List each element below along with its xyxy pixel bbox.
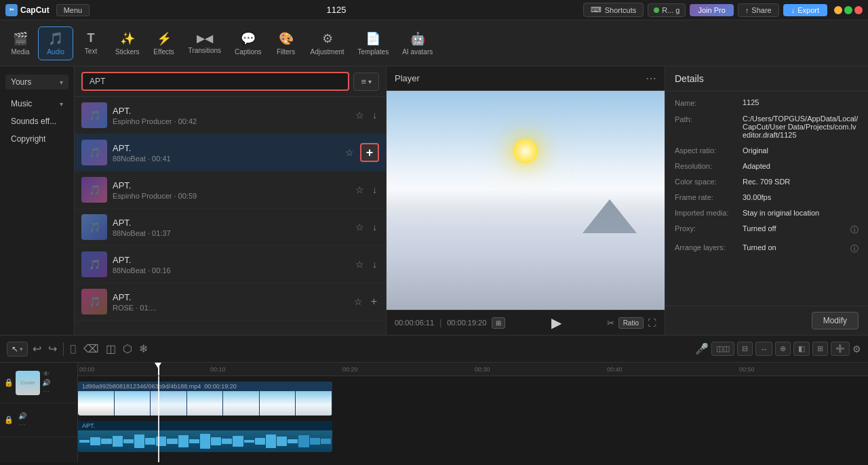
audio-track-lock-icon[interactable]: 🔒 <box>4 416 14 424</box>
download-button[interactable]: ↓ <box>370 182 379 197</box>
player-menu-button[interactable]: ⋯ <box>646 72 656 85</box>
cloud-layer <box>387 167 665 310</box>
add-audio-button[interactable]: + <box>360 143 379 162</box>
favorite-button[interactable]: ☆ <box>353 220 366 235</box>
templates-label: Templates <box>358 48 389 56</box>
tool-effects[interactable]: ⚡ Effects <box>146 27 182 60</box>
add-audio-button[interactable]: + <box>369 294 379 310</box>
effects-icon: ⚡ <box>157 31 172 46</box>
menu-button[interactable]: Menu <box>56 4 90 16</box>
tl-ctrl-6[interactable]: ⊞ <box>812 342 828 356</box>
captions-icon: 💬 <box>241 31 256 46</box>
download-button[interactable]: ↓ <box>370 257 379 272</box>
tl-ctrl-7[interactable]: ➕ <box>831 342 850 356</box>
audio-waveform <box>78 430 332 452</box>
crop-icon[interactable]: ✂ <box>607 318 614 328</box>
ratio-button[interactable]: Ratio <box>618 317 644 329</box>
ruler-mark-40: 00:40 <box>607 366 623 373</box>
sidebar-item-sounds[interactable]: Sounds eff... <box>0 113 74 130</box>
shortcuts-button[interactable]: ⌨ Shortcuts <box>583 3 644 17</box>
video-track[interactable]: 1d99a992b8081812346/063b9d/4b188.mp4 00:… <box>78 382 332 416</box>
settings-timeline-button[interactable]: ⚙ <box>852 344 861 355</box>
list-item[interactable]: 🎵 APT. Espinho Producer · 00:42 ☆ ↓ <box>75 97 386 134</box>
list-item[interactable]: 🎵 APT. ROSE · 01:... ☆ + <box>75 283 386 321</box>
tracks-container: 1d99a992b8081812346/063b9d/4b188.mp4 00:… <box>78 376 868 462</box>
audio-track-eye-button[interactable]: 🔊 <box>18 412 26 420</box>
ruler-mark-50: 00:50 <box>739 366 755 373</box>
mic-button[interactable]: 🎤 <box>695 342 709 355</box>
join-pro-button[interactable]: Join Pro <box>690 4 733 16</box>
audio-track[interactable]: APT. <box>78 421 332 452</box>
list-item[interactable]: 🎵 APT. 88NoBeat · 00:41 ☆ + <box>75 134 386 171</box>
tl-ctrl-1[interactable]: ◫◫ <box>711 342 734 356</box>
track-lock-icon[interactable]: 🔒 <box>4 378 14 387</box>
tl-ctrl-3[interactable]: ↔ <box>755 342 772 356</box>
tool-templates[interactable]: 📄 Templates <box>351 27 396 60</box>
tool-stickers[interactable]: ✨ Stickers <box>108 27 146 60</box>
favorite-button[interactable]: ☆ <box>343 145 356 160</box>
grid-view-button[interactable]: ⊞ <box>492 317 505 329</box>
sidebar-item-music[interactable]: Music ▾ <box>0 95 74 113</box>
tool-text[interactable]: T Text <box>73 27 108 59</box>
search-input[interactable] <box>81 72 349 91</box>
details-title: Details <box>675 73 704 84</box>
download-button[interactable]: ↓ <box>370 108 379 123</box>
tool-adjustment[interactable]: ⚙ Adjustment <box>304 27 351 60</box>
audio-meta: ROSE · 01:... <box>113 304 347 312</box>
audio-thumbnail: 🎵 <box>81 214 107 240</box>
sidebar-item-copyright[interactable]: Copyright <box>0 130 74 148</box>
favorite-button[interactable]: ☆ <box>352 294 365 309</box>
fullscreen-button[interactable]: ⛶ <box>648 318 656 328</box>
list-item[interactable]: 🎵 APT. Espinho Producer · 00:59 ☆ ↓ <box>75 171 386 209</box>
track-audio-button[interactable]: 🔊 <box>42 379 50 386</box>
freeze-button[interactable]: ❄ <box>137 340 150 357</box>
music-arrow-icon: ▾ <box>60 100 63 108</box>
proxy-info-icon[interactable]: ⓘ <box>850 224 859 236</box>
text-icon: T <box>87 31 95 45</box>
ruler-mark-20: 00:20 <box>342 366 358 373</box>
ring-button[interactable]: R... g <box>648 3 686 17</box>
modify-button[interactable]: Modify <box>812 312 859 329</box>
filter-button[interactable]: ≡ ▾ <box>353 73 379 91</box>
favorite-button[interactable]: ☆ <box>353 182 366 197</box>
resolution-value: Adapted <box>743 162 770 170</box>
arrange-layers-info-icon[interactable]: ⓘ <box>850 243 859 255</box>
tool-audio[interactable]: 🎵 Audio <box>38 26 73 60</box>
name-value: 1125 <box>743 98 759 106</box>
favorite-button[interactable]: ☆ <box>353 257 366 272</box>
filters-icon: 🎨 <box>279 31 294 46</box>
tl-ctrl-5[interactable]: ◧ <box>793 342 810 356</box>
list-item[interactable]: 🎵 APT. 88NoBeat · 00:16 ☆ ↓ <box>75 246 386 283</box>
redo-button[interactable]: ↪ <box>46 340 59 357</box>
tool-transitions[interactable]: ▶◀ Transitions <box>182 28 229 58</box>
undo-button[interactable]: ↩ <box>31 340 43 357</box>
track-controls-panel: 🔒 Cover 👁 🔊 ⋯ 🔒 🔊 ⋯ <box>0 363 78 462</box>
export-button[interactable]: ↓ Export <box>783 4 827 16</box>
list-item[interactable]: 🎵 APT. 88NoBeat · 01:37 ☆ ↓ <box>75 209 386 246</box>
window-maximize[interactable] <box>844 6 852 14</box>
favorite-button[interactable]: ☆ <box>353 108 366 123</box>
path-label: Path: <box>675 115 743 123</box>
track-more-button[interactable]: ⋯ <box>42 388 50 395</box>
category-selector[interactable]: Yours ▾ <box>5 75 68 89</box>
tool-captions[interactable]: 💬 Captions <box>228 27 268 60</box>
mirror-button[interactable]: ⬡ <box>121 340 134 357</box>
share-button[interactable]: ↑ Share <box>738 3 779 17</box>
play-button[interactable]: ▶ <box>551 315 561 331</box>
aspect-ratio-label: Aspect ratio: <box>675 146 743 155</box>
tl-ctrl-4[interactable]: ⊕ <box>775 342 791 356</box>
tl-ctrl-2[interactable]: ⊟ <box>737 342 753 356</box>
crop-button[interactable]: ◫ <box>104 340 118 357</box>
playhead-marker[interactable] <box>158 363 159 376</box>
window-close[interactable] <box>854 6 863 14</box>
audio-track-more-button[interactable]: ⋯ <box>18 421 26 428</box>
download-button[interactable]: ↓ <box>370 220 379 235</box>
tool-media[interactable]: 🎬 Media <box>3 27 38 60</box>
window-minimize[interactable] <box>834 6 842 14</box>
delete-button[interactable]: ⌫ <box>81 340 101 357</box>
tool-filters[interactable]: 🎨 Filters <box>269 27 304 60</box>
tool-ai-avatars[interactable]: 🤖 AI avatars <box>395 27 439 60</box>
select-tool-group[interactable]: ↖ ▾ <box>7 342 28 357</box>
track-eye-button[interactable]: 👁 <box>42 370 50 378</box>
split-button[interactable]: ⌷ <box>68 341 79 357</box>
